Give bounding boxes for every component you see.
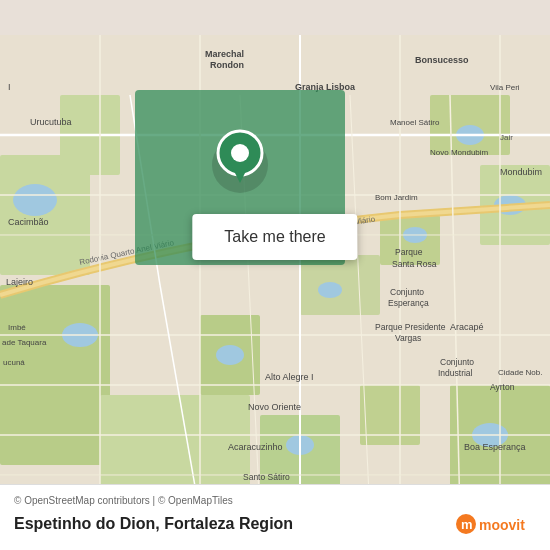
svg-point-19 (216, 345, 244, 365)
svg-text:Mondubim: Mondubim (500, 167, 542, 177)
svg-text:Parque Presidente: Parque Presidente (375, 322, 446, 332)
svg-text:moovit: moovit (479, 517, 525, 533)
svg-point-13 (13, 184, 57, 216)
svg-text:Aracapé: Aracapé (450, 322, 484, 332)
svg-text:Industrial: Industrial (438, 368, 473, 378)
svg-text:Acaracuzinho: Acaracuzinho (228, 442, 283, 452)
svg-text:Esperança: Esperança (388, 298, 429, 308)
svg-point-18 (318, 282, 342, 298)
svg-text:Vargas: Vargas (395, 333, 421, 343)
svg-text:Novo Mondubim: Novo Mondubim (430, 148, 489, 157)
svg-text:Lajeiro: Lajeiro (6, 277, 33, 287)
svg-text:Conjunto: Conjunto (440, 357, 474, 367)
svg-text:Cidade Nob.: Cidade Nob. (498, 368, 542, 377)
svg-text:Marechal: Marechal (205, 49, 244, 59)
svg-text:Jair: Jair (500, 133, 513, 142)
svg-rect-2 (0, 285, 110, 465)
map-container: Rodovia Quarto Anel Viário Rodovia Quart… (0, 0, 550, 550)
svg-text:Bom Jardim: Bom Jardim (375, 193, 418, 202)
svg-text:ade Taquara: ade Taquara (2, 338, 47, 347)
svg-text:Imbé: Imbé (8, 323, 26, 332)
bottom-info-bar: © OpenStreetMap contributors | © OpenMap… (0, 484, 550, 550)
svg-text:Ayrton: Ayrton (490, 382, 515, 392)
svg-text:Alto Alegre I: Alto Alegre I (265, 372, 314, 382)
svg-text:Vila Peri: Vila Peri (490, 83, 520, 92)
svg-text:Parque: Parque (395, 247, 423, 257)
take-me-there-button[interactable]: Take me there (192, 214, 357, 260)
svg-point-77 (231, 144, 249, 162)
map-background: Rodovia Quarto Anel Viário Rodovia Quart… (0, 0, 550, 550)
svg-text:Santa Rosa: Santa Rosa (392, 259, 437, 269)
svg-text:Santo Sátiro: Santo Sátiro (243, 472, 290, 482)
map-attribution: © OpenStreetMap contributors | © OpenMap… (14, 495, 536, 506)
svg-text:Cacimbão: Cacimbão (8, 217, 49, 227)
svg-rect-11 (360, 385, 420, 445)
svg-text:m: m (461, 517, 473, 532)
svg-text:Conjunto: Conjunto (390, 287, 424, 297)
moovit-logo: m moovit (456, 510, 536, 538)
svg-text:Urucutuba: Urucutuba (30, 117, 72, 127)
svg-text:Novo Oriente: Novo Oriente (248, 402, 301, 412)
svg-text:Boa Esperança: Boa Esperança (464, 442, 526, 452)
location-name: Espetinho do Dion, Fortaleza Region (14, 515, 293, 533)
svg-text:Bonsucesso: Bonsucesso (415, 55, 469, 65)
svg-text:ucuná: ucuná (3, 358, 25, 367)
svg-text:Manoel Sátiro: Manoel Sátiro (390, 118, 440, 127)
svg-text:Rondon: Rondon (210, 60, 244, 70)
svg-text:I: I (8, 82, 11, 92)
